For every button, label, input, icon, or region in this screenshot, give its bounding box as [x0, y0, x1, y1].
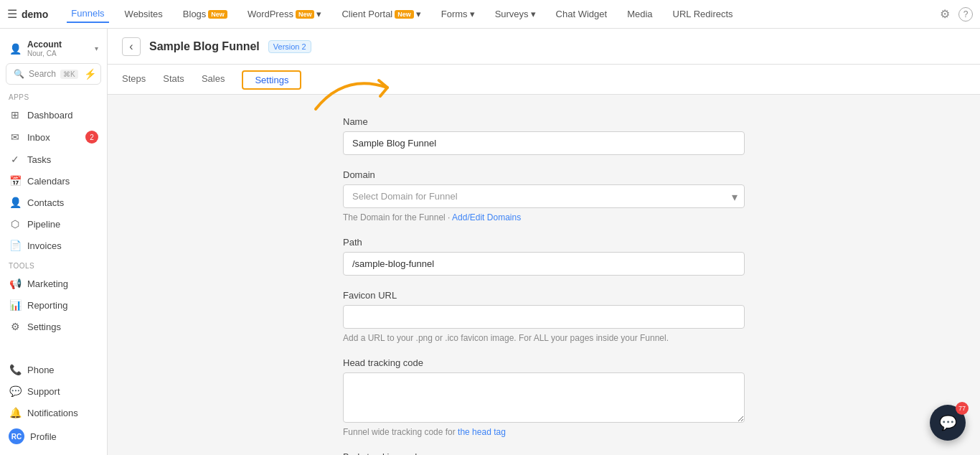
favicon-input[interactable] [343, 305, 745, 329]
hamburger-icon[interactable]: ☰ [7, 7, 17, 21]
name-label: Name [343, 116, 745, 127]
lightning-icon: ⚡ [84, 68, 96, 80]
nav-websites[interactable]: Websites [121, 6, 167, 22]
sidebar-item-settings[interactable]: ⚙ Settings [0, 316, 107, 337]
phone-icon: 📞 [9, 364, 22, 375]
account-chevron: ▾ [95, 44, 98, 52]
help-icon[interactable]: ? [958, 7, 973, 22]
sidebar-bottom: 📞 Phone 💬 Support 🔔 Notifications RC Pro… [0, 359, 107, 449]
nav-funnels[interactable]: Funnels [67, 5, 108, 23]
path-group: Path [343, 237, 745, 276]
domain-select[interactable]: Select Domain for Funnel [343, 184, 745, 208]
dashboard-icon: ⊞ [9, 109, 22, 121]
inbox-badge: 2 [85, 131, 98, 144]
client-portal-badge: New [395, 10, 414, 19]
content-area: ‹ Sample Blog Funnel Version 2 Steps Sta… [108, 29, 980, 455]
account-sub: Nour, CA [27, 50, 62, 57]
settings-icon: ⚙ [9, 321, 22, 332]
favicon-group: Favicon URL Add a URL to your .png or .i… [343, 290, 745, 343]
name-input[interactable] [343, 131, 745, 155]
domain-group: Domain Select Domain for Funnel ▾ The Do… [343, 169, 745, 222]
sidebar-item-calendars[interactable]: 📅 Calendars [0, 170, 107, 192]
pipeline-icon: ⬡ [9, 218, 22, 230]
main-layout: 👤 Account Nour, CA ▾ 🔍 Search ⌘K ⚡ Apps … [0, 29, 980, 455]
sidebar-item-profile[interactable]: RC Profile [0, 423, 107, 449]
gear-icon[interactable]: ⚙ [940, 7, 950, 21]
head-tracking-textarea[interactable] [343, 372, 745, 423]
calendars-icon: 📅 [9, 175, 22, 187]
nav-blogs[interactable]: Blogs New [179, 6, 232, 22]
head-tracking-group: Head tracking code Funnel wide tracking … [343, 357, 745, 437]
inbox-icon: ✉ [9, 131, 22, 143]
sidebar-item-notifications[interactable]: 🔔 Notifications [0, 402, 107, 423]
head-tracking-hint-link[interactable]: the head tag [458, 427, 506, 437]
sidebar-item-support[interactable]: 💬 Support [0, 380, 107, 402]
chat-widget-button[interactable]: 💬 77 [930, 405, 966, 441]
reporting-icon: 📊 [9, 299, 22, 311]
chat-widget-icon: 💬 [939, 414, 957, 431]
favicon-label: Favicon URL [343, 290, 745, 301]
sidebar-item-marketing[interactable]: 📢 Marketing [0, 273, 107, 294]
domain-hint-link[interactable]: Add/Edit Domains [452, 212, 521, 222]
domain-select-wrapper: Select Domain for Funnel ▾ [343, 184, 745, 208]
sidebar-item-invoices[interactable]: 📄 Invoices [0, 235, 107, 256]
tab-sales[interactable]: Sales [202, 66, 225, 93]
back-button[interactable]: ‹ [122, 37, 141, 56]
sidebar: 👤 Account Nour, CA ▾ 🔍 Search ⌘K ⚡ Apps … [0, 29, 108, 455]
chat-widget-badge: 77 [956, 402, 969, 415]
nav-media[interactable]: Media [623, 6, 656, 22]
tab-settings[interactable]: Settings [242, 70, 301, 90]
page-title: Sample Blog Funnel [149, 40, 260, 53]
invoices-icon: 📄 [9, 240, 22, 251]
nav-forms[interactable]: Forms ▾ [437, 6, 479, 22]
tools-section-label: Tools [0, 256, 107, 273]
nav-url-redirects[interactable]: URL Redirects [669, 6, 738, 22]
notifications-icon: 🔔 [9, 407, 22, 418]
nav-right: ⚙ ? [940, 7, 973, 22]
body-tracking-label: Body tracking code [343, 451, 745, 455]
sidebar-item-reporting[interactable]: 📊 Reporting [0, 294, 107, 316]
sidebar-item-tasks[interactable]: ✓ Tasks [0, 149, 107, 170]
path-input[interactable] [343, 252, 745, 276]
account-label: Account [27, 39, 62, 50]
tasks-icon: ✓ [9, 154, 22, 165]
form-scroll: Name Domain Select Domain for Funnel ▾ T… [108, 95, 980, 455]
version-badge: Version 2 [268, 40, 311, 53]
contacts-icon: 👤 [9, 197, 22, 208]
body-tracking-group: Body tracking code Funnel wide tracking … [343, 451, 745, 455]
wordpress-badge: New [296, 10, 315, 19]
top-nav: ☰ demo Funnels Websites Blogs New WordPr… [0, 0, 980, 29]
sidebar-item-phone[interactable]: 📞 Phone [0, 359, 107, 380]
head-tracking-label: Head tracking code [343, 357, 745, 368]
search-shortcut: ⌘K [60, 70, 78, 79]
tab-steps[interactable]: Steps [122, 66, 146, 93]
sidebar-item-contacts[interactable]: 👤 Contacts [0, 192, 107, 213]
nav-client-portal[interactable]: Client Portal New ▾ [337, 6, 425, 22]
form-container: Name Domain Select Domain for Funnel ▾ T… [329, 95, 759, 455]
search-icon: 🔍 [14, 69, 24, 79]
sidebar-account[interactable]: 👤 Account Nour, CA ▾ [0, 34, 107, 60]
app-logo: demo [22, 9, 48, 20]
page-header: ‹ Sample Blog Funnel Version 2 [108, 29, 980, 65]
blogs-badge: New [208, 10, 227, 19]
support-icon: 💬 [9, 385, 22, 397]
nav-chat-widget[interactable]: Chat Widget [552, 6, 612, 22]
sub-tabs: Steps Stats Sales Settings [108, 65, 980, 95]
head-tracking-hint: Funnel wide tracking code for the head t… [343, 427, 745, 437]
sidebar-item-inbox[interactable]: ✉ Inbox 2 [0, 126, 107, 149]
sidebar-item-pipeline[interactable]: ⬡ Pipeline [0, 213, 107, 235]
path-label: Path [343, 237, 745, 248]
nav-wordpress[interactable]: WordPress New ▾ [243, 6, 326, 22]
domain-hint: The Domain for the Funnel · Add/Edit Dom… [343, 212, 745, 222]
settings-tab-wrapper: Settings [242, 73, 301, 86]
tab-stats[interactable]: Stats [163, 66, 184, 93]
sidebar-item-dashboard[interactable]: ⊞ Dashboard [0, 104, 107, 126]
account-icon: 👤 [9, 43, 22, 55]
marketing-icon: 📢 [9, 278, 22, 289]
name-group: Name [343, 116, 745, 155]
favicon-hint: Add a URL to your .png or .ico favicon i… [343, 333, 745, 343]
nav-surveys[interactable]: Surveys ▾ [491, 6, 540, 22]
domain-label: Domain [343, 169, 745, 180]
search-label: Search [29, 69, 56, 79]
sidebar-search[interactable]: 🔍 Search ⌘K ⚡ [6, 63, 101, 85]
